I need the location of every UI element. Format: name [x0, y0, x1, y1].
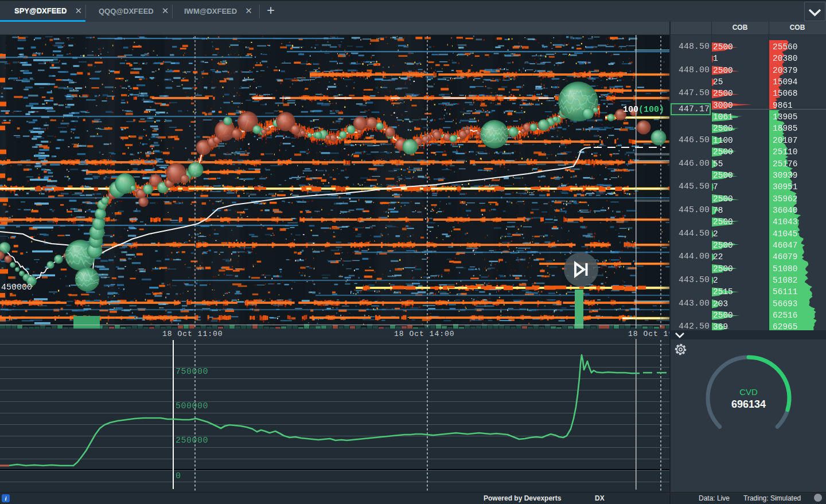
svg-text:CVD: CVD	[739, 387, 758, 397]
svg-text:696134: 696134	[731, 398, 766, 410]
